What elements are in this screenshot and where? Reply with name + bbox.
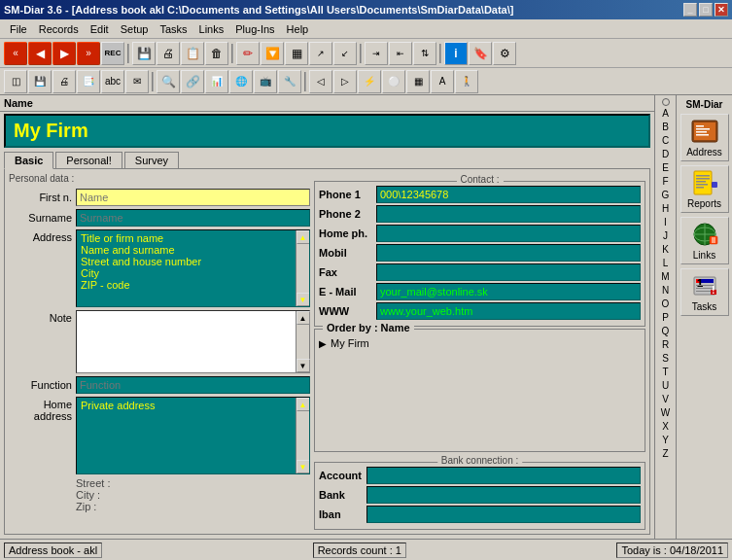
firstname-input[interactable] — [76, 189, 310, 206]
nav-first-button[interactable]: « — [4, 42, 27, 65]
alpha-D[interactable]: D — [655, 148, 676, 161]
info-button[interactable]: i — [444, 42, 468, 65]
note-box[interactable]: ▲ ▼ — [76, 310, 310, 373]
menu-plugins[interactable]: Plug-Ins — [229, 22, 280, 36]
minimize-button[interactable]: _ — [683, 3, 697, 17]
tb2-btn15[interactable]: ⚡ — [358, 70, 381, 93]
tb2-btn9[interactable]: 📊 — [205, 70, 228, 93]
nav-reports[interactable]: Reports — [680, 165, 729, 213]
tb2-btn19[interactable]: 🚶 — [455, 70, 478, 93]
tb2-btn6[interactable]: ✉ — [125, 70, 149, 93]
nav-tasks[interactable]: 1 1 ! Tasks — [680, 268, 729, 316]
menu-file[interactable]: File — [4, 22, 33, 36]
alpha-S[interactable]: S — [655, 352, 676, 366]
tb2-btn17[interactable]: ▦ — [406, 70, 430, 93]
alpha-E[interactable]: E — [655, 161, 676, 175]
menu-setup[interactable]: Setup — [115, 22, 155, 36]
bookmark-button[interactable]: 🔖 — [469, 42, 492, 65]
alpha-I[interactable]: I — [655, 216, 676, 229]
close-button[interactable]: ✕ — [715, 3, 728, 17]
alpha-G[interactable]: G — [655, 189, 676, 202]
export1-button[interactable]: ↗ — [309, 42, 332, 65]
function-input[interactable] — [76, 376, 310, 394]
note-scroll-up[interactable]: ▲ — [296, 311, 310, 325]
tab-basic[interactable]: Basic — [4, 152, 53, 169]
alpha-H[interactable]: H — [655, 202, 676, 216]
alpha-Y[interactable]: Y — [655, 434, 676, 447]
tb2-btn2[interactable]: 💾 — [28, 70, 52, 93]
sort-button[interactable]: ⇅ — [413, 42, 436, 65]
alpha-L[interactable]: L — [655, 257, 676, 270]
nav-links[interactable]: Links — [680, 217, 729, 264]
alpha-M[interactable]: M — [655, 270, 676, 284]
tab-personal[interactable]: Personal! — [55, 152, 122, 168]
tb2-btn16[interactable]: ⚪ — [382, 70, 405, 93]
tb2-btn1[interactable]: ◫ — [4, 70, 27, 93]
export2-button[interactable]: ↙ — [333, 42, 357, 65]
tb2-btn14[interactable]: ▷ — [333, 70, 357, 93]
menu-links[interactable]: Links — [193, 22, 230, 36]
alpha-T[interactable]: T — [655, 366, 676, 379]
account-input[interactable] — [366, 467, 641, 484]
mobil-input[interactable] — [376, 244, 641, 262]
home-scroll-up[interactable]: ▲ — [296, 398, 310, 411]
nav-last-button[interactable]: » — [77, 42, 100, 65]
maximize-button[interactable]: □ — [699, 3, 713, 17]
home-scrollbar[interactable]: ▲ ▼ — [296, 398, 309, 473]
paste-button[interactable]: ✏ — [236, 42, 260, 65]
tb2-btn11[interactable]: 📺 — [254, 70, 277, 93]
tb2-btn4[interactable]: 📑 — [77, 70, 100, 93]
nav-prev-button[interactable]: ◀ — [28, 42, 52, 65]
nav-next-button[interactable]: ▶ — [52, 42, 76, 65]
nav-address[interactable]: Address — [680, 114, 729, 161]
alpha-X[interactable]: X — [655, 420, 676, 434]
tb2-btn5[interactable]: abc — [101, 70, 124, 93]
menu-edit[interactable]: Edit — [85, 22, 115, 36]
homeph-input[interactable] — [376, 225, 641, 242]
fax-input[interactable] — [376, 263, 641, 281]
import2-button[interactable]: ⇤ — [389, 42, 412, 65]
alpha-Z[interactable]: Z — [655, 447, 676, 461]
note-scroll-down[interactable]: ▼ — [296, 359, 310, 372]
address-box[interactable]: Title or firm name Name and surname Stre… — [76, 229, 310, 307]
tb2-btn12[interactable]: 🔧 — [278, 70, 301, 93]
phone1-input[interactable] — [376, 186, 641, 203]
rec-button[interactable]: REC — [101, 42, 124, 65]
tb2-btn8[interactable]: 🔗 — [181, 70, 204, 93]
alpha-O[interactable]: O — [655, 298, 676, 311]
surname-input[interactable] — [76, 209, 310, 227]
scroll-up[interactable]: ▲ — [296, 230, 310, 244]
alpha-U[interactable]: U — [655, 379, 676, 393]
menu-records[interactable]: Records — [33, 22, 85, 36]
note-scrollbar[interactable]: ▲ ▼ — [296, 311, 309, 372]
alpha-C[interactable]: C — [655, 134, 676, 148]
save-button[interactable]: 💾 — [132, 42, 156, 65]
tb2-btn3[interactable]: 🖨 — [52, 70, 76, 93]
settings-button[interactable]: ⚙ — [493, 42, 516, 65]
alpha-P[interactable]: P — [655, 311, 676, 325]
alpha-K[interactable]: K — [655, 243, 676, 257]
tab-survey[interactable]: Survey — [124, 152, 179, 168]
alpha-Q[interactable]: Q — [655, 325, 676, 338]
phone2-input[interactable] — [376, 205, 641, 223]
tb2-btn18[interactable]: A — [431, 70, 454, 93]
home-address-box[interactable]: Private address ▲ ▼ — [76, 397, 310, 474]
alpha-J[interactable]: J — [655, 229, 676, 243]
alpha-B[interactable]: B — [655, 121, 676, 134]
delete-button[interactable]: 🗑 — [205, 42, 228, 65]
alpha-W[interactable]: W — [655, 406, 676, 420]
menu-help[interactable]: Help — [281, 22, 315, 36]
scroll-down[interactable]: ▼ — [296, 293, 310, 306]
address-scrollbar[interactable]: ▲ ▼ — [296, 230, 309, 306]
copy-button[interactable]: 📋 — [181, 42, 204, 65]
alpha-A[interactable]: A — [655, 107, 676, 121]
alpha-R[interactable]: R — [655, 338, 676, 352]
email-input[interactable] — [376, 283, 641, 300]
grid-button[interactable]: ▦ — [285, 42, 308, 65]
tb2-btn10[interactable]: 🌐 — [229, 70, 253, 93]
alpha-N[interactable]: N — [655, 284, 676, 298]
print-button[interactable]: 🖨 — [157, 42, 180, 65]
import1-button[interactable]: ⇥ — [365, 42, 388, 65]
filter-button[interactable]: 🔽 — [261, 42, 284, 65]
iban-input[interactable] — [366, 506, 641, 523]
